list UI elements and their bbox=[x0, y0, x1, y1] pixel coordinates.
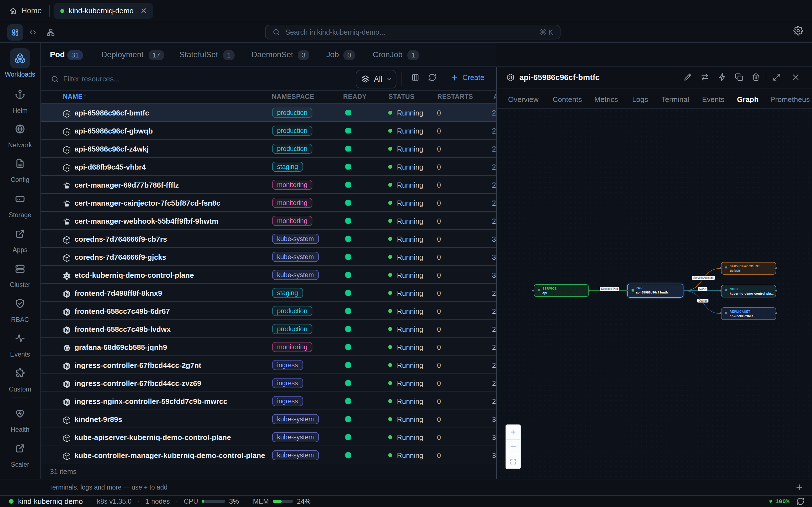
svg-text:JS: JS bbox=[64, 112, 69, 116]
svg-text:JS: JS bbox=[64, 130, 69, 134]
svg-text:JS: JS bbox=[64, 166, 69, 170]
svg-text:JS: JS bbox=[64, 148, 69, 152]
svg-text:JS: JS bbox=[509, 76, 513, 79]
